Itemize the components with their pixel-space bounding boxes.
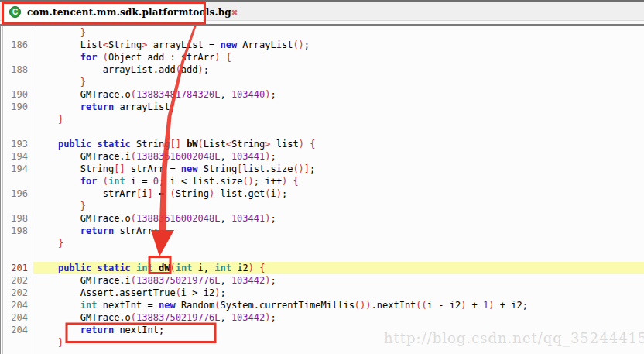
code-line[interactable] bbox=[0, 249, 644, 262]
code-line[interactable]: 202 Assert.assertTrue(i > i2); bbox=[0, 287, 644, 299]
code-text: for (Object add : strArr) { bbox=[33, 51, 644, 64]
tab-title: com.tencent.mm.sdk.platformtools.bg bbox=[27, 7, 231, 18]
code-line[interactable]: 194 GMTrace.i(13883616002048L, 103441); bbox=[0, 150, 644, 163]
line-number: 190 bbox=[0, 101, 33, 113]
class-icon: C bbox=[9, 6, 21, 18]
tab-close-icon[interactable]: ✖ bbox=[231, 7, 238, 18]
line-number bbox=[0, 336, 33, 349]
code-line[interactable]: 188 arrayList.add(add); bbox=[0, 64, 644, 76]
line-number: 194 bbox=[0, 163, 33, 175]
gutter-separator bbox=[33, 26, 33, 354]
code-text: } bbox=[33, 200, 644, 212]
tab-class-bg[interactable]: C com.tencent.mm.sdk.platformtools.bg ✖ bbox=[3, 2, 203, 22]
code-line[interactable]: 198 return strArr; bbox=[0, 225, 644, 237]
code-text: GMTrace.o(13883481784320L, 103440); bbox=[33, 88, 644, 101]
code-text: GMTrace.o(13883750219776L, 103442); bbox=[33, 311, 644, 324]
line-number bbox=[0, 113, 33, 125]
tab-bar: C com.tencent.mm.sdk.platformtools.bg ✖ bbox=[0, 0, 644, 26]
line-number: 194 bbox=[0, 150, 33, 163]
line-number: 190 bbox=[0, 88, 33, 101]
line-number bbox=[0, 237, 33, 249]
code-line[interactable]: } bbox=[0, 76, 644, 88]
code-text: return strArr; bbox=[33, 225, 644, 237]
screenshot-root: { "tab": { "title": "com.tencent.mm.sdk.… bbox=[0, 0, 644, 354]
code-line[interactable]: 201 public static int dW(int i, int i2) … bbox=[0, 262, 644, 274]
code-text: GMTrace.i(13883750219776L, 103442); bbox=[33, 274, 644, 287]
code-line[interactable]: for (Object add : strArr) { bbox=[0, 51, 644, 64]
code-text: } bbox=[33, 76, 644, 88]
line-number: 201 bbox=[0, 262, 33, 274]
code-text: List<String> arrayList = new ArrayList()… bbox=[33, 39, 644, 51]
code-line[interactable]: 202 GMTrace.i(13883750219776L, 103442); bbox=[0, 274, 644, 287]
code-text: } bbox=[33, 113, 644, 125]
line-number bbox=[0, 125, 33, 138]
line-number: 188 bbox=[0, 64, 33, 76]
code-text: public static String[] bW(List<String> l… bbox=[33, 138, 644, 150]
code-text: Assert.assertTrue(i > i2); bbox=[33, 287, 644, 299]
code-line[interactable]: } bbox=[0, 200, 644, 212]
code-lines[interactable]: }186 List<String> arrayList = new ArrayL… bbox=[0, 26, 644, 349]
code-line[interactable]: 190 return arrayList; bbox=[0, 101, 644, 113]
code-editor[interactable]: }186 List<String> arrayList = new ArrayL… bbox=[0, 26, 644, 354]
line-number: 196 bbox=[0, 187, 33, 200]
watermark-text: http://blog.csdn.net/qq_35244415 bbox=[384, 330, 644, 346]
code-text: } bbox=[33, 237, 644, 249]
code-line[interactable]: 196 strArr[i] = (String) list.get(i); bbox=[0, 187, 644, 200]
line-number bbox=[0, 26, 33, 39]
line-number: 198 bbox=[0, 212, 33, 225]
line-number: 204 bbox=[0, 299, 33, 311]
code-line[interactable]: 198 GMTrace.o(13883616002048L, 103441); bbox=[0, 212, 644, 225]
code-text: String[] strArr = new String[list.size()… bbox=[33, 163, 644, 175]
line-number: 202 bbox=[0, 287, 33, 299]
editor-left-border bbox=[0, 26, 3, 354]
code-text: GMTrace.o(13883616002048L, 103441); bbox=[33, 212, 644, 225]
code-line[interactable]: 204 GMTrace.o(13883750219776L, 103442); bbox=[0, 311, 644, 324]
line-number: 193 bbox=[0, 138, 33, 150]
line-number bbox=[0, 200, 33, 212]
line-number bbox=[0, 76, 33, 88]
line-number bbox=[0, 51, 33, 64]
code-text bbox=[33, 249, 644, 262]
code-text: } bbox=[33, 26, 644, 39]
code-text: public static int dW(int i, int i2) { bbox=[33, 262, 644, 274]
code-text: strArr[i] = (String) list.get(i); bbox=[33, 187, 644, 200]
code-text bbox=[33, 125, 644, 138]
code-text: for (int i = 0; i < list.size(); i++) { bbox=[33, 175, 644, 187]
line-number: 204 bbox=[0, 311, 33, 324]
code-line[interactable]: } bbox=[0, 113, 644, 125]
code-line[interactable]: for (int i = 0; i < list.size(); i++) { bbox=[0, 175, 644, 187]
code-text: return arrayList; bbox=[33, 101, 644, 113]
code-line[interactable]: 194 String[] strArr = new String[list.si… bbox=[0, 163, 644, 175]
code-text: int nextInt = new Random(System.currentT… bbox=[33, 299, 644, 311]
line-number: 204 bbox=[0, 324, 33, 336]
code-text: GMTrace.i(13883616002048L, 103441); bbox=[33, 150, 644, 163]
line-number: 198 bbox=[0, 225, 33, 237]
code-line[interactable]: 193 public static String[] bW(List<Strin… bbox=[0, 138, 644, 150]
code-line[interactable]: 186 List<String> arrayList = new ArrayLi… bbox=[0, 39, 644, 51]
line-number: 186 bbox=[0, 39, 33, 51]
code-line[interactable]: 190 GMTrace.o(13883481784320L, 103440); bbox=[0, 88, 644, 101]
line-number: 202 bbox=[0, 274, 33, 287]
code-line[interactable] bbox=[0, 125, 644, 138]
code-line[interactable]: 204 int nextInt = new Random(System.curr… bbox=[0, 299, 644, 311]
line-number bbox=[0, 175, 33, 187]
code-line[interactable]: } bbox=[0, 26, 644, 39]
line-number bbox=[0, 249, 33, 262]
code-text: arrayList.add(add); bbox=[33, 64, 644, 76]
code-line[interactable]: } bbox=[0, 237, 644, 249]
